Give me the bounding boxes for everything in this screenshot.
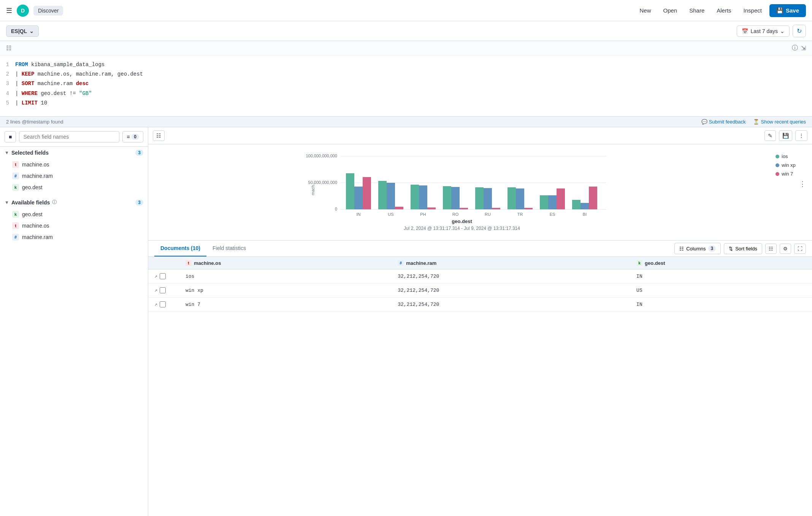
sort-fields-button[interactable]: ⇅ Sort fields [724, 243, 762, 254]
sidebar-toggle-button[interactable]: ■ [5, 131, 16, 142]
legend-dot-ios [776, 155, 779, 158]
field-name: geo.dest [22, 184, 43, 190]
table-header: t machine.os # machine.ram [148, 257, 812, 269]
save-icon: 💾 [776, 7, 783, 14]
chevron-down-icon: ▼ [5, 200, 9, 205]
alerts-button[interactable]: Alerts [712, 5, 736, 16]
table-controls: ☷ Columns 3 ⇅ Sort fields ☷ ⚙ ⛶ [674, 243, 806, 254]
save-button[interactable]: 💾 Save [769, 4, 806, 17]
chevron-down-icon: ⌄ [780, 28, 785, 34]
expand-row-icon[interactable]: ↗ [154, 273, 157, 279]
chart-toolbar: ☷ ✎ 💾 ⋮ [148, 127, 812, 144]
svg-rect-17 [451, 187, 460, 209]
available-fields-header[interactable]: ▼ Available fields ⓘ 3 [0, 196, 148, 209]
field-name: machine.os [22, 161, 49, 168]
toolbar-left: ☷ [6, 44, 11, 52]
svg-rect-12 [395, 207, 403, 209]
section-header-left: ▼ Available fields ⓘ [5, 199, 57, 206]
svg-rect-14 [419, 185, 427, 209]
code-line-4: 4 | WHERE geo.dest != "GB" [0, 89, 806, 98]
filter-count: 0 [131, 134, 139, 140]
field-section: ▼ Selected fields 3 t machine.os # machi… [0, 147, 148, 516]
code-area[interactable]: 1 FROM kibana_sample_data_logs 2 | KEEP … [0, 55, 812, 116]
svg-text:US: US [388, 212, 393, 217]
field-item[interactable]: # machine.ram [2, 170, 146, 182]
feedback-icon: 💬 [701, 119, 707, 125]
recent-queries-link[interactable]: ⏳ Show recent queries [753, 119, 806, 125]
table-settings-button[interactable]: ⚙ [780, 244, 791, 254]
svg-text:BI: BI [583, 212, 587, 217]
svg-rect-21 [492, 208, 500, 209]
chart-timestamp: Jul 2, 2024 @ 13:31:17.314 - Jul 9, 2024… [154, 224, 769, 234]
svg-text:0: 0 [335, 207, 337, 211]
fullscreen-button[interactable]: ⛶ [794, 244, 806, 254]
svg-rect-13 [411, 185, 419, 209]
format-icon[interactable]: ☷ [6, 44, 11, 52]
refresh-button[interactable]: ↻ [793, 25, 806, 37]
svg-rect-24 [524, 208, 533, 209]
new-button[interactable]: New [635, 5, 655, 16]
selected-fields-label: Selected fields [11, 150, 49, 156]
row-checkbox[interactable] [160, 273, 166, 279]
cell-machine-os: win xp [179, 283, 392, 298]
table-tabs-bar: Documents (10) Field statistics ☷ Column… [148, 241, 812, 257]
type-hash-icon: # [12, 234, 19, 241]
expand-row-icon[interactable]: ↗ [154, 287, 157, 293]
th-geo-dest: k geo.dest [630, 257, 812, 269]
edit-chart-button[interactable]: ✎ [764, 130, 776, 141]
field-item[interactable]: t machine.os [2, 220, 146, 231]
row-checkbox[interactable] [160, 287, 166, 293]
collapse-icon[interactable]: ⇲ [801, 44, 806, 52]
menu-icon[interactable]: ☰ [6, 6, 12, 15]
legend-more-icon[interactable]: ⋮ [799, 180, 806, 188]
th-type-hash: # [398, 260, 404, 266]
available-fields-list: k geo.dest t machine.os # machine.ram [0, 209, 148, 243]
cell-geo-dest: US [630, 283, 812, 298]
row-checkbox[interactable] [160, 301, 166, 307]
field-item[interactable]: k geo.dest [2, 182, 146, 193]
more-options-button[interactable]: ⋮ [795, 130, 807, 141]
svg-rect-8 [354, 187, 363, 209]
grid-view-button[interactable]: ☷ [765, 244, 777, 254]
svg-text:100,000,000,000: 100,000,000,000 [306, 154, 337, 158]
table-section: Documents (10) Field statistics ☷ Column… [148, 241, 812, 516]
th-machine-ram: # machine.ram [392, 257, 630, 269]
open-button[interactable]: Open [659, 5, 682, 16]
search-input[interactable] [19, 131, 119, 142]
chart-type-button[interactable]: ☷ [153, 130, 165, 141]
inspect-button[interactable]: Inspect [739, 5, 766, 16]
th-type-k: k [636, 260, 642, 266]
field-name: geo.dest [22, 211, 43, 217]
cell-machine-ram: 32,212,254,720 [392, 283, 630, 298]
tab-field-statistics[interactable]: Field statistics [206, 241, 252, 256]
selected-fields-header[interactable]: ▼ Selected fields 3 [0, 147, 148, 159]
esql-mode-button[interactable]: ES|QL ⌄ [6, 25, 39, 37]
share-button[interactable]: Share [685, 5, 709, 16]
data-table: t machine.os # machine.ram [148, 257, 812, 312]
svg-rect-25 [540, 195, 548, 209]
svg-text:RO: RO [452, 212, 459, 217]
code-line-3: 3 | SORT machine.ram desc [0, 79, 806, 89]
save-chart-button[interactable]: 💾 [779, 130, 792, 141]
sidebar-toolbar: ■ ≡ 0 [0, 127, 148, 147]
expand-row-icon[interactable]: ↗ [154, 301, 157, 307]
cell-machine-ram: 32,212,254,720 [392, 269, 630, 283]
top-nav: ☰ D Discover New Open Share Alerts Inspe… [0, 0, 812, 21]
time-selector[interactable]: 📅 Last 7 days ⌄ [737, 25, 790, 37]
chart-legend: ios win xp win 7 ⋮ [776, 150, 806, 234]
field-item[interactable]: k geo.dest [2, 209, 146, 220]
filter-button[interactable]: ≡ 0 [122, 131, 143, 142]
tab-documents[interactable]: Documents (10) [154, 241, 206, 256]
chart-area: 100,000,000,000 50,000,000,000 0 mach... [148, 144, 812, 241]
code-line-1: 1 FROM kibana_sample_data_logs [0, 60, 806, 70]
app-label[interactable]: Discover [33, 6, 63, 16]
info-icon[interactable]: ⓘ [792, 44, 798, 52]
submit-feedback-link[interactable]: 💬 Submit feedback [701, 119, 746, 125]
columns-button[interactable]: ☷ Columns 3 [674, 243, 721, 254]
field-item[interactable]: t machine.os [2, 159, 146, 170]
query-bar: ES|QL ⌄ 📅 Last 7 days ⌄ ↻ [0, 21, 812, 41]
svg-rect-10 [378, 181, 387, 209]
field-item[interactable]: # machine.ram [2, 231, 146, 243]
th-type-t: t [186, 260, 192, 266]
avatar[interactable]: D [17, 5, 29, 17]
